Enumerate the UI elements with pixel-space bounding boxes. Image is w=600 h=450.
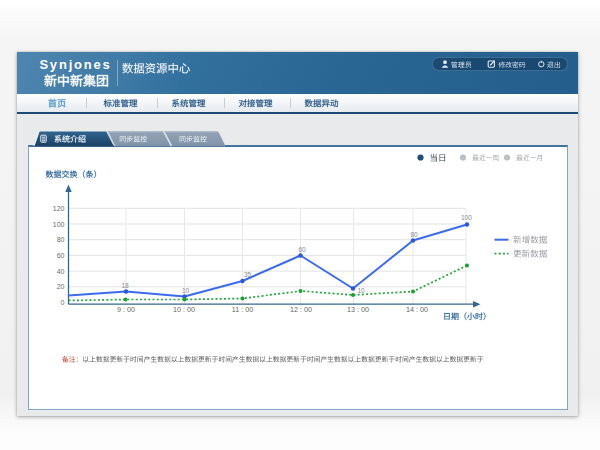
svg-text:10: 10 [358,287,366,294]
svg-text:60: 60 [57,252,65,259]
svg-text:9 : 00: 9 : 00 [117,305,135,314]
svg-text:11 : 00: 11 : 00 [232,305,253,314]
svg-text:0: 0 [61,299,65,306]
svg-text:120: 120 [53,205,65,212]
svg-text:13 : 00: 13 : 00 [347,305,369,314]
svg-text:10 : 00: 10 : 00 [173,305,195,314]
svg-text:60: 60 [299,246,307,253]
svg-text:20: 20 [57,283,65,290]
svg-text:80: 80 [411,231,419,238]
svg-text:18: 18 [122,282,130,289]
svg-text:12 : 00: 12 : 00 [290,305,312,314]
svg-text:80: 80 [57,236,65,243]
svg-text:100: 100 [53,221,65,228]
svg-text:35: 35 [244,271,252,278]
svg-text:14 : 00: 14 : 00 [406,305,428,314]
svg-text:10: 10 [182,287,190,294]
svg-text:100: 100 [461,214,472,221]
svg-text:40: 40 [57,268,65,275]
